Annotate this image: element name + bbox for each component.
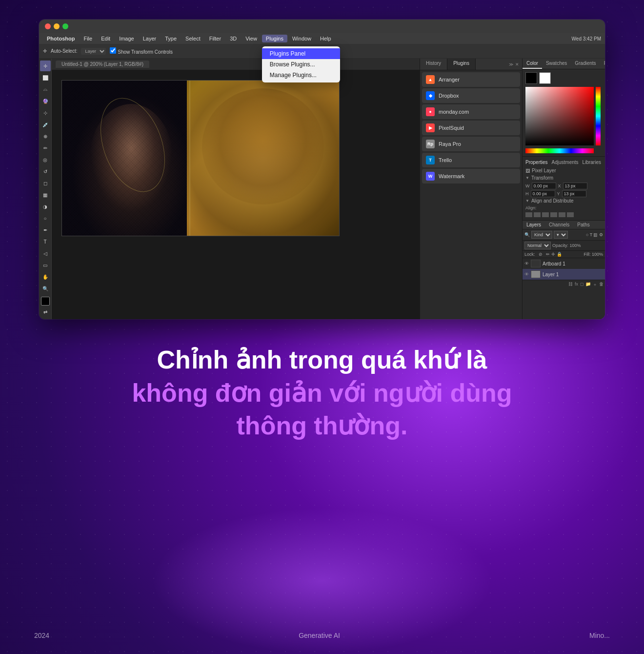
quick-select-tool[interactable]: 🔮 (40, 96, 51, 106)
plugin-item-arranger[interactable]: ▲ Arranger (422, 72, 520, 87)
path-tool[interactable]: ◁ (40, 248, 51, 259)
healing-tool[interactable]: ⊕ (40, 131, 51, 142)
tab-patterns[interactable]: Patterns (600, 59, 605, 69)
eraser-tool[interactable]: ◻ (40, 178, 51, 188)
lock-row: Lock: ⊘ ✏ ✛ 🔒 Fill: 100% (523, 251, 605, 258)
eyedropper-tool[interactable]: 💉 (40, 119, 51, 130)
menu-item-select[interactable]: Select (181, 35, 204, 42)
move-tool[interactable]: ✛ (40, 61, 51, 71)
add-style-icon[interactable]: fx (575, 282, 578, 288)
lock-position-icon[interactable]: ✛ (551, 252, 555, 257)
hand-tool[interactable]: ✋ (40, 271, 51, 282)
text-tool[interactable]: T (40, 236, 51, 247)
lock-all-icon[interactable]: 🔒 (557, 252, 562, 257)
menu-item-file[interactable]: File (80, 35, 96, 42)
align-left-icon[interactable] (525, 212, 532, 217)
zoom-tool[interactable]: 🔍 (40, 283, 51, 294)
blend-mode-select[interactable]: Normal (524, 242, 551, 249)
panel-options-icon[interactable]: ≫ (509, 62, 513, 67)
menu-item-layer[interactable]: Layer (139, 35, 161, 42)
foreground-swatch[interactable] (525, 72, 537, 84)
tab-swatches[interactable]: Swatches (542, 59, 571, 69)
filter-options[interactable]: ▾ (554, 231, 568, 239)
tab-history[interactable]: History (420, 59, 447, 70)
menu-item-3d[interactable]: 3D (226, 35, 241, 42)
tab-channels[interactable]: Channels (545, 221, 573, 229)
align-bottom-icon[interactable] (567, 212, 574, 217)
align-center-h-icon[interactable] (534, 212, 541, 217)
visibility-icon-artboard[interactable]: 👁 (524, 261, 529, 266)
tab-layers[interactable]: Layers (523, 221, 545, 229)
tab-properties[interactable]: Properties (525, 160, 548, 165)
menu-item-help[interactable]: Help (316, 35, 335, 42)
tab-color[interactable]: Color (523, 59, 542, 69)
align-top-icon[interactable] (550, 212, 557, 217)
tab-plugins[interactable]: Plugins (447, 59, 476, 70)
brush-tool[interactable]: ✏ (40, 143, 51, 153)
canvas-tab[interactable]: Untitled-1 @ 200% (Layer 1, RGB/8#) (56, 61, 149, 68)
crop-tool[interactable]: ⊹ (40, 107, 51, 118)
panel-close-icon[interactable]: ✕ (515, 62, 519, 67)
plugin-item-raya[interactable]: Rp Raya Pro (422, 137, 520, 151)
lasso-tool[interactable]: ⌓ (40, 84, 51, 95)
minimize-button[interactable] (54, 23, 60, 29)
layer-item-artboard[interactable]: 👁 Artboard 1 (523, 258, 605, 269)
layer-item-layer1[interactable]: 👁 Layer 1 (523, 269, 605, 280)
blur-tool[interactable]: ◑ (40, 201, 51, 212)
delete-layer-icon[interactable]: 🗑 (599, 282, 604, 288)
link-layers-icon[interactable]: ⛓ (568, 282, 573, 288)
tab-gradients[interactable]: Gradients (571, 59, 600, 69)
dodge-tool[interactable]: ○ (40, 213, 51, 224)
clone-tool[interactable]: ◎ (40, 154, 51, 165)
create-group-icon[interactable]: 📁 (585, 282, 591, 288)
color-spectrum-bar[interactable] (596, 87, 601, 145)
foreground-color[interactable] (41, 297, 50, 306)
tab-adjustments[interactable]: Adjustments (552, 160, 579, 165)
gradient-tool[interactable]: ▦ (40, 189, 51, 200)
color-hue-bar[interactable] (525, 148, 594, 153)
menu-item-edit[interactable]: Edit (97, 35, 114, 42)
show-transform-checkbox[interactable] (110, 47, 116, 54)
menu-item-window[interactable]: Window (288, 35, 315, 42)
plugin-item-monday[interactable]: ● monday.com (422, 104, 520, 119)
plugin-item-pixelsquid[interactable]: ▶ PixelSquid (422, 121, 520, 135)
menu-item-filter[interactable]: Filter (205, 35, 225, 42)
background-swatch[interactable] (539, 72, 551, 84)
width-input[interactable] (532, 183, 556, 189)
plugin-item-trello[interactable]: T Trello (422, 153, 520, 167)
maximize-button[interactable] (62, 23, 68, 29)
auto-select-dropdown[interactable]: Layer (81, 48, 106, 55)
menu-item-image[interactable]: Image (115, 35, 138, 42)
visibility-icon-layer1[interactable]: 👁 (524, 272, 529, 277)
close-button[interactable] (45, 23, 51, 29)
history-brush-tool[interactable]: ↺ (40, 166, 51, 177)
menu-item-photoshop[interactable]: Photoshop (43, 35, 79, 42)
plugin-item-watermark[interactable]: W Watermark (422, 169, 520, 184)
plugin-name-pixelsquid: PixelSquid (439, 125, 464, 131)
align-right-icon[interactable] (542, 212, 549, 217)
dropdown-plugins-panel[interactable]: Plugins Panel (262, 48, 340, 59)
dropdown-browse-plugins[interactable]: Browse Plugins... (262, 59, 340, 70)
x-input[interactable] (563, 183, 587, 189)
create-layer-icon[interactable]: ＋ (593, 282, 597, 288)
tab-paths[interactable]: Paths (573, 221, 594, 229)
kind-filter[interactable]: Kind (531, 231, 552, 239)
add-mask-icon[interactable]: ◻ (580, 282, 584, 288)
canvas-area[interactable]: Artboard 1 (52, 70, 420, 319)
color-gradient-picker[interactable] (525, 87, 594, 145)
switch-colors-icon[interactable]: ⇄ (40, 307, 51, 317)
shape-tool[interactable]: ▭ (40, 260, 51, 270)
align-center-v-icon[interactable] (559, 212, 565, 217)
menu-item-view[interactable]: View (242, 35, 261, 42)
plugin-item-dropbox[interactable]: ◆ Dropbox (422, 88, 520, 103)
pen-tool[interactable]: ✒ (40, 225, 51, 235)
marquee-tool[interactable]: ⬜ (40, 72, 51, 83)
dropdown-manage-plugins[interactable]: Manage Plugins... (262, 70, 340, 81)
menu-item-plugins[interactable]: Plugins (262, 35, 287, 42)
y-input[interactable] (562, 190, 586, 197)
lock-pixels-icon[interactable]: ✏ (546, 252, 550, 257)
height-input[interactable] (531, 190, 555, 197)
menu-item-type[interactable]: Type (161, 35, 181, 42)
tab-libraries[interactable]: Libraries (583, 160, 601, 165)
lock-transparent-icon[interactable]: ⊘ (539, 252, 543, 257)
